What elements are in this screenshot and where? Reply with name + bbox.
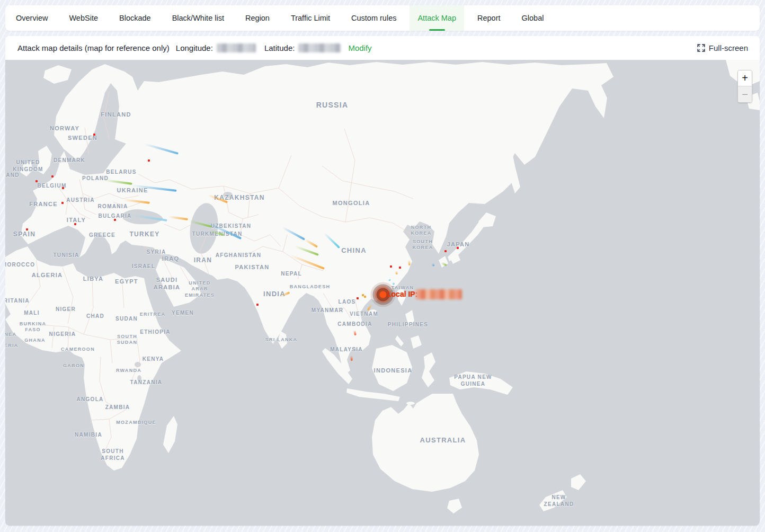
fullscreen-button[interactable]: Full-screen	[697, 43, 748, 52]
fullscreen-label: Full-screen	[709, 43, 748, 52]
attack-map[interactable]: RUSSIAFINLANDNORWAYSWEDENDENMARKUNITED K…	[5, 60, 760, 526]
latitude-label: Latitude:	[264, 43, 295, 52]
longitude-label: Longitude:	[176, 43, 213, 52]
tab-blockade[interactable]: Blockade	[119, 5, 151, 31]
fullscreen-icon	[697, 44, 705, 52]
tab-bar: OverviewWebSiteBlockadeBlack/White listR…	[5, 5, 760, 31]
map-toolbar: Attack map details (map for reference on…	[5, 36, 760, 60]
tab-custom-rules[interactable]: Custom rules	[351, 5, 396, 31]
map-zoom-controls: + −	[737, 70, 752, 103]
tab-list: OverviewWebSiteBlockadeBlack/White listR…	[16, 5, 565, 31]
local-ip-label: Local IP:	[387, 290, 417, 298]
tab-global[interactable]: Global	[522, 5, 544, 31]
tab-traffic-limit[interactable]: Traffic Limit	[291, 5, 330, 31]
tab-black-white-list[interactable]: Black/White list	[172, 5, 224, 31]
tab-website[interactable]: WebSite	[69, 5, 98, 31]
local-ip-layer: Local IP:	[5, 60, 760, 526]
tab-region[interactable]: Region	[245, 5, 270, 31]
longitude-value-redacted	[217, 43, 256, 52]
panel-title: Attack map details (map for reference on…	[17, 43, 170, 52]
latitude-value-redacted	[298, 43, 341, 52]
tab-attack-map[interactable]: Attack Map	[410, 5, 464, 31]
zoom-out-button[interactable]: −	[738, 86, 752, 102]
attack-map-panel: Attack map details (map for reference on…	[5, 36, 760, 526]
tab-report[interactable]: Report	[477, 5, 501, 31]
local-ip-value-redacted	[416, 289, 462, 299]
local-ip-marker	[380, 291, 387, 298]
zoom-in-button[interactable]: +	[738, 70, 752, 86]
modify-link[interactable]: Modify	[348, 43, 371, 52]
tab-overview[interactable]: Overview	[16, 5, 48, 31]
